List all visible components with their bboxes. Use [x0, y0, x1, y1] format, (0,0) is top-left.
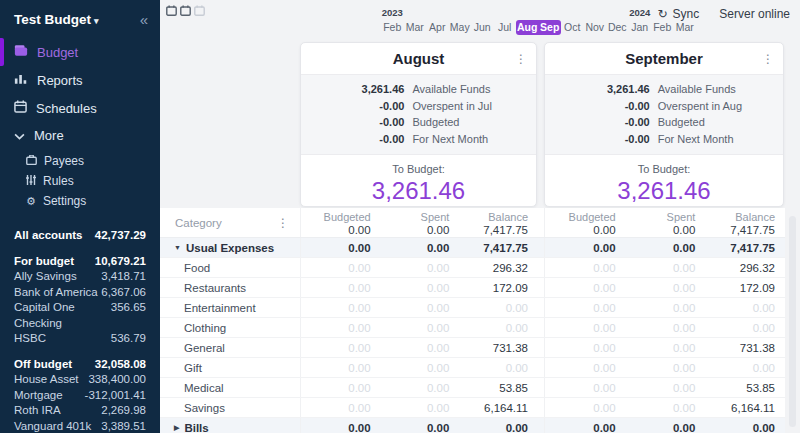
- balance-cell[interactable]: 172.09: [458, 282, 537, 294]
- month-strip-item[interactable]: Oct: [561, 20, 584, 35]
- spent-column-header[interactable]: Spent 0.00: [625, 208, 705, 237]
- spent-cell[interactable]: 0.00: [380, 342, 459, 354]
- balance-cell[interactable]: 296.32: [704, 262, 784, 274]
- spent-cell[interactable]: 0.00: [380, 302, 459, 314]
- month-strip-item[interactable]: May: [449, 20, 472, 35]
- budgeted-cell[interactable]: 0.00: [545, 362, 625, 374]
- category-name[interactable]: Gift: [160, 362, 300, 374]
- month-strip-item[interactable]: Sep: [539, 20, 562, 35]
- spent-cell[interactable]: 0.00: [380, 282, 459, 294]
- category-name[interactable]: Medical: [160, 382, 300, 394]
- sidebar-item-rules[interactable]: Rules: [0, 171, 160, 191]
- balance-cell[interactable]: 0.00: [458, 322, 537, 334]
- spent-cell[interactable]: 0.00: [625, 282, 705, 294]
- sidebar-item-more[interactable]: More: [0, 122, 160, 149]
- budgeted-cell[interactable]: 0.00: [301, 382, 380, 394]
- budgeted-cell[interactable]: 0.00: [301, 322, 380, 334]
- spent-cell[interactable]: 0.00: [380, 242, 459, 254]
- budget-file-menu[interactable]: Test Budget▾: [14, 12, 99, 27]
- balance-cell[interactable]: 53.85: [704, 382, 784, 394]
- category-name[interactable]: Clothing: [160, 322, 300, 334]
- account-row[interactable]: Capital One Checking356.65: [14, 300, 146, 331]
- month-menu-button[interactable]: ⋮: [515, 53, 527, 65]
- spent-cell[interactable]: 0.00: [625, 262, 705, 274]
- budgeted-cell[interactable]: 0.00: [301, 422, 380, 433]
- spent-cell[interactable]: 0.00: [380, 322, 459, 334]
- balance-column-header[interactable]: Balance 7,417.75: [704, 208, 784, 237]
- sidebar-item-schedules[interactable]: Schedules: [0, 94, 160, 122]
- month-strip-item[interactable]: Jan: [629, 20, 652, 35]
- balance-cell[interactable]: 0.00: [704, 322, 784, 334]
- balance-cell[interactable]: 53.85: [458, 382, 537, 394]
- month-menu-button[interactable]: ⋮: [762, 53, 774, 65]
- balance-cell[interactable]: 6,164.11: [458, 402, 537, 414]
- month-strip-item[interactable]: Aug: [516, 20, 539, 35]
- spent-cell[interactable]: 0.00: [625, 302, 705, 314]
- to-budget-button[interactable]: To Budget: 3,261.46: [545, 155, 783, 205]
- account-group-header[interactable]: For budget10,679.21: [14, 254, 146, 270]
- balance-cell[interactable]: 731.38: [704, 342, 784, 354]
- budgeted-cell[interactable]: 0.00: [545, 382, 625, 394]
- account-row[interactable]: HSBC536.79: [14, 331, 146, 347]
- account-group-header[interactable]: Off budget32,058.08: [14, 357, 146, 373]
- month-strip-item[interactable]: Dec: [606, 20, 629, 35]
- spent-cell[interactable]: 0.00: [625, 242, 705, 254]
- month-strip-item[interactable]: Nov: [584, 20, 607, 35]
- budgeted-cell[interactable]: 0.00: [301, 302, 380, 314]
- month-strip-item[interactable]: Feb: [651, 20, 674, 35]
- spent-cell[interactable]: 0.00: [625, 422, 705, 433]
- spent-cell[interactable]: 0.00: [380, 402, 459, 414]
- budgeted-cell[interactable]: 0.00: [545, 402, 625, 414]
- sidebar-item-reports[interactable]: Reports: [0, 66, 160, 94]
- account-row[interactable]: House Asset338,400.00: [14, 372, 146, 388]
- budgeted-cell[interactable]: 0.00: [301, 282, 380, 294]
- sidebar-item-settings[interactable]: ⚙ Settings: [0, 191, 160, 211]
- category-name[interactable]: Savings: [160, 402, 300, 414]
- budgeted-cell[interactable]: 0.00: [301, 362, 380, 374]
- spent-cell[interactable]: 0.00: [625, 382, 705, 394]
- month-strip-item[interactable]: Jul: [494, 20, 517, 35]
- two-months-icon[interactable]: [180, 5, 191, 16]
- budgeted-cell[interactable]: 0.00: [545, 422, 625, 433]
- budgeted-cell[interactable]: 0.00: [301, 342, 380, 354]
- budgeted-cell[interactable]: 0.00: [545, 282, 625, 294]
- category-name[interactable]: General: [160, 342, 300, 354]
- category-menu-button[interactable]: ⋮: [277, 217, 289, 229]
- budgeted-cell[interactable]: 0.00: [301, 242, 380, 254]
- balance-cell[interactable]: 0.00: [704, 362, 784, 374]
- spent-cell[interactable]: 0.00: [380, 262, 459, 274]
- balance-cell[interactable]: 0.00: [704, 302, 784, 314]
- budgeted-cell[interactable]: 0.00: [545, 302, 625, 314]
- all-accounts-row[interactable]: All accounts 42,737.29: [14, 228, 146, 244]
- category-name[interactable]: Food: [160, 262, 300, 274]
- spent-cell[interactable]: 0.00: [625, 322, 705, 334]
- budgeted-column-header[interactable]: Budgeted 0.00: [545, 208, 625, 237]
- budgeted-cell[interactable]: 0.00: [545, 342, 625, 354]
- month-strip-item[interactable]: Jun: [471, 20, 494, 35]
- balance-column-header[interactable]: Balance 7,417.75: [458, 208, 537, 237]
- sync-button[interactable]: ↻ Sync: [658, 7, 700, 21]
- to-budget-button[interactable]: To Budget: 3,261.46: [301, 155, 536, 205]
- spent-column-header[interactable]: Spent 0.00: [380, 208, 459, 237]
- account-row[interactable]: Roth IRA2,269.98: [14, 403, 146, 419]
- month-strip-item[interactable]: Mar: [674, 20, 697, 35]
- server-status[interactable]: Server online: [719, 7, 790, 21]
- sidebar-item-payees[interactable]: Payees: [0, 151, 160, 171]
- balance-cell[interactable]: 7,417.75: [704, 242, 784, 254]
- balance-cell[interactable]: 731.38: [458, 342, 537, 354]
- budgeted-cell[interactable]: 0.00: [545, 322, 625, 334]
- scrollbar[interactable]: [789, 216, 796, 427]
- spent-cell[interactable]: 0.00: [380, 382, 459, 394]
- spent-cell[interactable]: 0.00: [625, 342, 705, 354]
- budgeted-cell[interactable]: 0.00: [301, 402, 380, 414]
- account-row[interactable]: Mortgage-312,001.41: [14, 388, 146, 404]
- sidebar-collapse-button[interactable]: «: [140, 11, 148, 28]
- sidebar-item-budget[interactable]: Budget: [0, 38, 160, 66]
- budgeted-column-header[interactable]: Budgeted 0.00: [301, 208, 380, 237]
- balance-cell[interactable]: 0.00: [458, 302, 537, 314]
- budgeted-cell[interactable]: 0.00: [545, 262, 625, 274]
- balance-cell[interactable]: 172.09: [704, 282, 784, 294]
- account-row[interactable]: Bank of America6,367.06: [14, 285, 146, 301]
- category-group-name[interactable]: ▶Bills: [160, 422, 300, 433]
- month-strip-item[interactable]: Mar: [404, 20, 427, 35]
